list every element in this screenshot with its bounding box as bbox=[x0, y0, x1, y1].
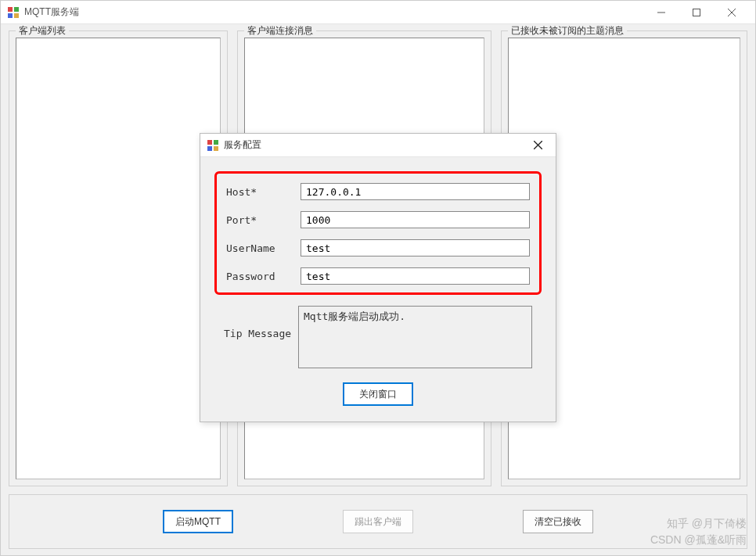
kick-client-label: 踢出客户端 bbox=[355, 515, 401, 529]
tip-message-box: Mqtt服务端启动成功. bbox=[298, 306, 532, 368]
tip-row: Tip Message Mqtt服务端启动成功. bbox=[214, 306, 542, 368]
start-mqtt-button[interactable]: 启动MQTT bbox=[163, 510, 233, 533]
svg-rect-11 bbox=[214, 146, 218, 151]
port-row: Port* bbox=[226, 211, 530, 228]
connection-msg-label: 客户端连接消息 bbox=[244, 24, 316, 38]
dialog-footer: 关闭窗口 bbox=[214, 368, 542, 409]
password-label: Password bbox=[226, 271, 301, 282]
host-input[interactable] bbox=[301, 183, 530, 200]
close-window-button[interactable]: 关闭窗口 bbox=[343, 382, 413, 406]
username-label: UserName bbox=[226, 242, 301, 254]
dialog-titlebar: 服务配置 bbox=[200, 134, 556, 157]
clear-received-button[interactable]: 清空已接收 bbox=[523, 510, 593, 533]
config-dialog: 服务配置 Host* Port* UserName Password bbox=[200, 133, 556, 422]
svg-rect-10 bbox=[207, 146, 212, 151]
tip-message-text: Mqtt服务端启动成功. bbox=[304, 310, 405, 322]
config-highlight-box: Host* Port* UserName Password bbox=[214, 171, 542, 295]
svg-rect-2 bbox=[8, 13, 13, 18]
svg-rect-0 bbox=[8, 7, 13, 12]
svg-rect-9 bbox=[214, 140, 218, 145]
window-controls bbox=[643, 1, 749, 24]
svg-rect-3 bbox=[14, 13, 19, 18]
dialog-close-icon[interactable] bbox=[526, 134, 549, 157]
client-list-panel: 客户端列表 bbox=[9, 30, 228, 486]
main-window-title: MQTT服务端 bbox=[24, 5, 643, 19]
port-input[interactable] bbox=[301, 211, 530, 228]
password-input[interactable] bbox=[301, 267, 530, 285]
bottom-button-bar: 启动MQTT 踢出客户端 清空已接收 bbox=[9, 494, 747, 549]
kick-client-button[interactable]: 踢出客户端 bbox=[343, 510, 413, 533]
clear-received-label: 清空已接收 bbox=[535, 515, 581, 529]
dialog-app-icon bbox=[207, 139, 219, 152]
svg-rect-8 bbox=[207, 140, 212, 145]
tip-label: Tip Message bbox=[224, 306, 298, 368]
start-mqtt-label: 启动MQTT bbox=[175, 515, 221, 529]
maximize-button[interactable] bbox=[679, 1, 714, 24]
dialog-title: 服务配置 bbox=[207, 138, 526, 152]
host-row: Host* bbox=[226, 183, 530, 200]
port-label: Port* bbox=[226, 214, 301, 226]
main-titlebar: MQTT服务端 bbox=[1, 1, 755, 24]
client-list-box[interactable] bbox=[16, 38, 221, 479]
dialog-title-text: 服务配置 bbox=[224, 138, 261, 152]
minimize-button[interactable] bbox=[643, 1, 679, 24]
svg-rect-5 bbox=[693, 9, 700, 16]
close-button[interactable] bbox=[714, 1, 749, 24]
close-window-label: 关闭窗口 bbox=[359, 388, 397, 401]
svg-rect-1 bbox=[14, 7, 19, 12]
client-list-label: 客户端列表 bbox=[16, 24, 69, 38]
password-row: Password bbox=[226, 267, 530, 285]
username-row: UserName bbox=[226, 239, 530, 256]
host-label: Host* bbox=[226, 186, 301, 198]
dialog-body: Host* Port* UserName Password Tip Messag… bbox=[200, 157, 556, 421]
unsubscribed-msg-label: 已接收未被订阅的主题消息 bbox=[508, 24, 627, 38]
app-icon bbox=[7, 6, 20, 19]
username-input[interactable] bbox=[301, 239, 530, 256]
